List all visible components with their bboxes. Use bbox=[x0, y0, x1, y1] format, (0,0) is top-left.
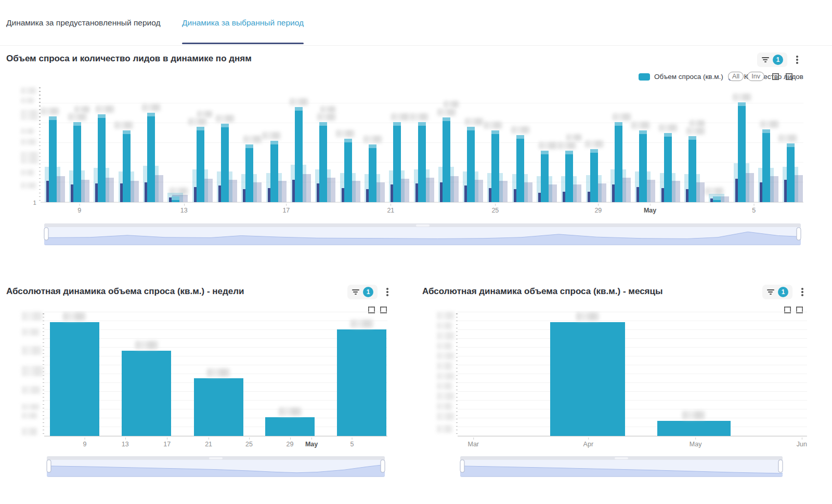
bar-demand[interactable] bbox=[491, 130, 499, 202]
redacted-value-label bbox=[566, 134, 582, 141]
bar-highlight-cap bbox=[319, 122, 327, 126]
bar-demand[interactable] bbox=[393, 122, 401, 202]
bar-demand[interactable] bbox=[172, 196, 179, 202]
bar-demand[interactable] bbox=[664, 133, 672, 202]
bar-demand[interactable] bbox=[418, 122, 426, 202]
bar-highlight-cap bbox=[762, 129, 770, 133]
bar-highlight-cap bbox=[688, 136, 696, 140]
bar-demand[interactable] bbox=[443, 117, 450, 202]
bar-demand[interactable] bbox=[615, 122, 622, 202]
weekly-plot-area[interactable] bbox=[44, 311, 387, 436]
daily-plot-area[interactable] bbox=[41, 85, 803, 203]
bar-demand[interactable] bbox=[657, 421, 731, 436]
redacted-value-label bbox=[41, 108, 59, 115]
legend-all-button[interactable]: All bbox=[728, 72, 744, 81]
slider-handle-right[interactable] bbox=[381, 460, 385, 473]
bar-demand[interactable] bbox=[295, 107, 303, 202]
x-tick-label: 17 bbox=[282, 207, 290, 214]
bar-demand[interactable] bbox=[221, 124, 229, 202]
redacted-value-label bbox=[686, 127, 705, 135]
bar-demand[interactable] bbox=[590, 149, 598, 202]
legend-inv-button[interactable]: Inv bbox=[747, 72, 764, 81]
slider-handle-left[interactable] bbox=[460, 460, 465, 473]
monthly-range-slider[interactable] bbox=[460, 456, 783, 477]
bar-highlight-cap bbox=[738, 102, 746, 106]
bar-demand[interactable] bbox=[565, 151, 573, 202]
slider-scrollbar[interactable] bbox=[460, 456, 783, 460]
x-tick-label: 5 bbox=[752, 207, 756, 214]
redacted-y-label bbox=[437, 413, 454, 420]
slider-handle-right[interactable] bbox=[797, 228, 801, 241]
filter-badge: 1 bbox=[778, 287, 788, 297]
slider-handle-left[interactable] bbox=[47, 460, 51, 473]
bar-demand[interactable] bbox=[713, 196, 721, 202]
legend-item[interactable]: Объем спроса (кв.м.) bbox=[639, 73, 723, 81]
bar-demand[interactable] bbox=[194, 378, 243, 436]
bar-demand[interactable] bbox=[516, 135, 524, 202]
bar-demand[interactable] bbox=[123, 130, 131, 202]
kebab-menu-icon[interactable] bbox=[385, 287, 390, 297]
x-tick-label: 9 bbox=[83, 441, 86, 448]
bar-demand[interactable] bbox=[738, 102, 746, 202]
bar-highlight-cap bbox=[664, 133, 672, 137]
bar-demand[interactable] bbox=[270, 141, 278, 202]
filter-button[interactable]: 1 bbox=[757, 52, 787, 67]
slider-preview-area bbox=[44, 227, 801, 244]
redacted-value-label bbox=[320, 106, 336, 113]
slider-scrollbar[interactable] bbox=[47, 456, 385, 460]
filter-button[interactable]: 1 bbox=[347, 285, 378, 299]
bar-highlight-cap bbox=[443, 117, 450, 121]
daily-range-slider[interactable] bbox=[44, 223, 801, 245]
zoom-reset-icon[interactable] bbox=[785, 72, 794, 81]
bar-demand[interactable] bbox=[550, 322, 625, 436]
bar-demand[interactable] bbox=[265, 417, 315, 436]
bar-highlight-cap bbox=[123, 130, 131, 134]
bar-demand[interactable] bbox=[787, 143, 795, 202]
bar-demand[interactable] bbox=[319, 122, 327, 202]
bar-demand[interactable] bbox=[122, 351, 171, 436]
bar-demand[interactable] bbox=[337, 329, 386, 436]
bar-demand[interactable] bbox=[73, 122, 81, 202]
bar-demand[interactable] bbox=[245, 144, 253, 202]
bar-demand[interactable] bbox=[688, 136, 696, 202]
bar-demand[interactable] bbox=[147, 113, 155, 202]
weekly-x-axis: 91317212529May5 bbox=[44, 437, 387, 449]
bar-demand[interactable] bbox=[639, 130, 647, 202]
slider-handle-left[interactable] bbox=[44, 228, 49, 241]
bar-demand[interactable] bbox=[541, 151, 549, 202]
daily-x-axis: 91317212529May5 bbox=[41, 204, 803, 215]
bar-highlight-cap bbox=[467, 127, 475, 130]
slider-grip[interactable] bbox=[416, 224, 430, 227]
bar-highlight-cap bbox=[245, 144, 253, 148]
monthly-plot-area[interactable] bbox=[458, 311, 807, 436]
bar-demand[interactable] bbox=[467, 127, 475, 202]
bar-demand[interactable] bbox=[49, 116, 57, 202]
bar-demand[interactable] bbox=[369, 144, 376, 202]
bar-demand[interactable] bbox=[98, 114, 106, 203]
slider-handle-right[interactable] bbox=[778, 460, 783, 473]
bar-demand[interactable] bbox=[197, 127, 204, 202]
bar-demand[interactable] bbox=[762, 129, 770, 202]
bar-highlight-cap bbox=[393, 122, 401, 126]
tab-selected-period[interactable]: Динамика за выбранный период bbox=[182, 0, 304, 46]
x-tick-label: 21 bbox=[205, 441, 212, 448]
filter-button[interactable]: 1 bbox=[762, 285, 792, 299]
redacted-value-label bbox=[188, 118, 207, 125]
bar-demand[interactable] bbox=[344, 139, 352, 202]
redacted-y-label bbox=[437, 373, 454, 380]
kebab-menu-icon[interactable] bbox=[795, 55, 800, 65]
slider-grip[interactable] bbox=[615, 457, 628, 459]
redacted-y-label bbox=[22, 328, 40, 336]
redacted-y-label bbox=[437, 352, 454, 360]
weekly-range-slider[interactable] bbox=[47, 456, 385, 477]
x-tick-label: Jun bbox=[797, 441, 807, 448]
redacted-y-label bbox=[437, 322, 452, 330]
tab-preset-period[interactable]: Динамика за предустановленный период bbox=[6, 0, 161, 46]
slider-grip[interactable] bbox=[209, 457, 223, 459]
x-tick-label: 21 bbox=[387, 207, 394, 214]
daily-y-axis: 1 bbox=[20, 85, 41, 203]
zoom-select-icon[interactable] bbox=[771, 72, 780, 81]
kebab-menu-icon[interactable] bbox=[800, 287, 805, 297]
bar-demand[interactable] bbox=[50, 322, 99, 436]
slider-scrollbar[interactable] bbox=[44, 223, 801, 227]
